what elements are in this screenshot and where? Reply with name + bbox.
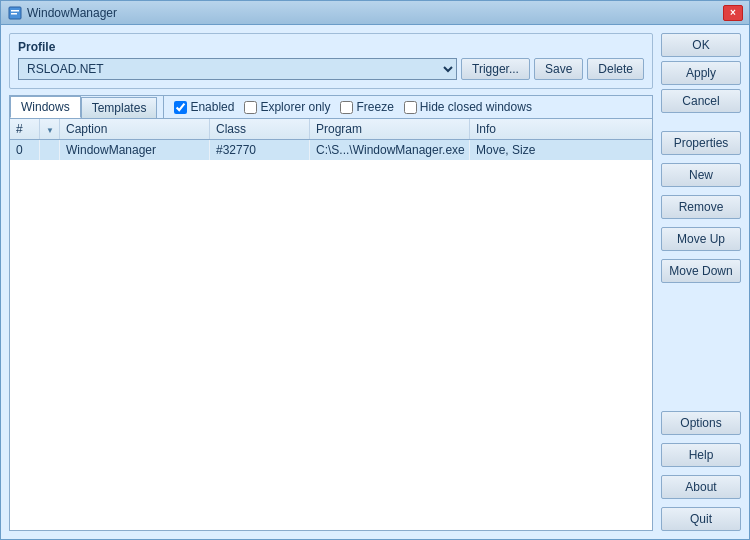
explorer-only-checkbox-label[interactable]: Explorer only [244,100,330,114]
main-content: Profile RSLOAD.NET Trigger... Save Delet… [1,25,749,539]
enabled-checkbox-label[interactable]: Enabled [174,100,234,114]
col-program: Program [310,119,470,139]
help-button[interactable]: Help [661,443,741,467]
move-up-button[interactable]: Move Up [661,227,741,251]
freeze-label: Freeze [356,100,393,114]
cell-sort [40,140,60,160]
hide-closed-checkbox-label[interactable]: Hide closed windows [404,100,532,114]
table-header: # ▼ Caption Class Program Info [10,119,652,140]
cancel-button[interactable]: Cancel [661,89,741,113]
save-button[interactable]: Save [534,58,583,80]
svg-rect-2 [11,13,17,15]
freeze-checkbox-label[interactable]: Freeze [340,100,393,114]
cell-caption: WindowManager [60,140,210,160]
apply-button[interactable]: Apply [661,61,741,85]
checkboxes-bar: Enabled Explorer only Freeze Hide c [170,97,536,117]
cell-info: Move, Size [470,140,570,160]
quit-button[interactable]: Quit [661,507,741,531]
tabs-and-options-bar: Windows Templates Enabled Explorer only [10,96,652,119]
delete-button[interactable]: Delete [587,58,644,80]
col-caption: Caption [60,119,210,139]
cell-class: #32770 [210,140,310,160]
profile-label: Profile [18,40,644,54]
content-area: Windows Templates Enabled Explorer only [9,95,653,531]
tab-templates[interactable]: Templates [81,97,158,118]
hide-closed-label: Hide closed windows [420,100,532,114]
freeze-checkbox[interactable] [340,101,353,114]
options-button[interactable]: Options [661,411,741,435]
right-spacer [661,287,741,407]
profile-row: RSLOAD.NET Trigger... Save Delete [18,58,644,80]
close-button[interactable]: × [723,5,743,21]
col-info: Info [470,119,570,139]
col-num: # [10,119,40,139]
new-button[interactable]: New [661,163,741,187]
profile-section: Profile RSLOAD.NET Trigger... Save Delet… [9,33,653,89]
explorer-only-checkbox[interactable] [244,101,257,114]
col-class: Class [210,119,310,139]
window-title: WindowManager [27,6,117,20]
ok-button[interactable]: OK [661,33,741,57]
main-window: WindowManager × Profile RSLOAD.NET Trigg… [0,0,750,540]
cell-program: C:\S...\WindowManager.exe [310,140,470,160]
tab-windows[interactable]: Windows [10,96,81,118]
move-down-button[interactable]: Move Down [661,259,741,283]
enabled-label: Enabled [190,100,234,114]
trigger-button[interactable]: Trigger... [461,58,530,80]
app-icon [7,5,23,21]
explorer-only-label: Explorer only [260,100,330,114]
profile-select[interactable]: RSLOAD.NET [18,58,457,80]
hide-closed-checkbox[interactable] [404,101,417,114]
svg-rect-1 [11,10,19,12]
title-bar-controls: × [723,5,743,21]
enabled-checkbox[interactable] [174,101,187,114]
about-button[interactable]: About [661,475,741,499]
properties-button[interactable]: Properties [661,131,741,155]
right-panel: OK Apply Cancel Properties New Remove Mo… [661,33,741,531]
remove-button[interactable]: Remove [661,195,741,219]
sort-icon[interactable]: ▼ [46,126,54,135]
title-bar: WindowManager × [1,1,749,25]
cell-num: 0 [10,140,40,160]
table-area: # ▼ Caption Class Program Info 0 WindowM… [10,119,652,530]
left-panel: Profile RSLOAD.NET Trigger... Save Delet… [9,33,653,531]
table-row[interactable]: 0 WindowManager #32770 C:\S...\WindowMan… [10,140,652,160]
col-sort: ▼ [40,119,60,139]
title-bar-left: WindowManager [7,5,117,21]
